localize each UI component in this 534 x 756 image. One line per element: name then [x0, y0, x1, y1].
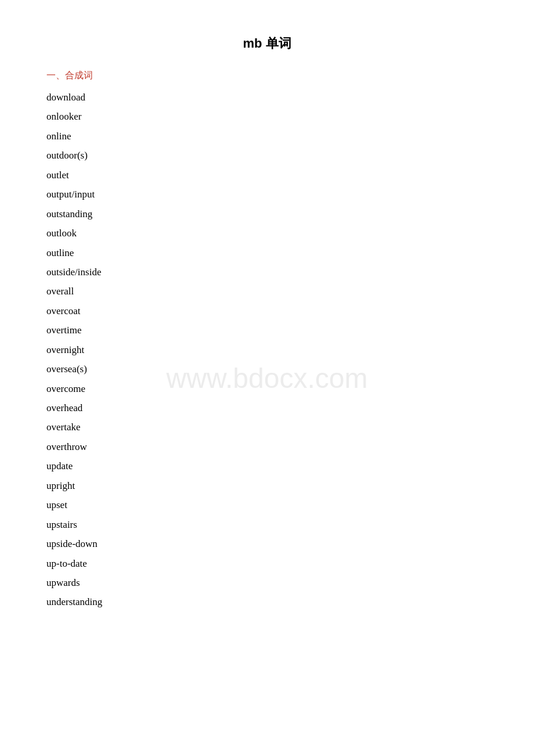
list-item: upwards	[46, 573, 488, 592]
list-item: upset	[46, 495, 488, 514]
page-title: mb 单词	[46, 35, 488, 52]
list-item: overtake	[46, 417, 488, 437]
list-item: overnight	[46, 340, 488, 359]
section-heading: 一、合成词	[46, 70, 488, 82]
list-item: output/input	[46, 185, 488, 204]
list-item: overcoat	[46, 301, 488, 321]
list-item: outstanding	[46, 204, 488, 224]
word-list: downloadonlookeronlineoutdoor(s)outletou…	[46, 88, 488, 612]
list-item: overcome	[46, 379, 488, 398]
list-item: up-to-date	[46, 554, 488, 573]
list-item: upright	[46, 476, 488, 495]
list-item: online	[46, 127, 488, 146]
list-item: outlet	[46, 165, 488, 185]
list-item: outlook	[46, 224, 488, 243]
list-item: upstairs	[46, 515, 488, 534]
list-item: update	[46, 456, 488, 476]
list-item: outside/inside	[46, 262, 488, 282]
list-item: overall	[46, 282, 488, 301]
list-item: download	[46, 88, 488, 107]
list-item: onlooker	[46, 107, 488, 126]
list-item: overtime	[46, 321, 488, 340]
list-item: outdoor(s)	[46, 146, 488, 165]
list-item: overthrow	[46, 437, 488, 456]
list-item: overhead	[46, 398, 488, 417]
list-item: upside-down	[46, 534, 488, 553]
list-item: outline	[46, 243, 488, 262]
list-item: understanding	[46, 592, 488, 611]
list-item: oversea(s)	[46, 359, 488, 379]
